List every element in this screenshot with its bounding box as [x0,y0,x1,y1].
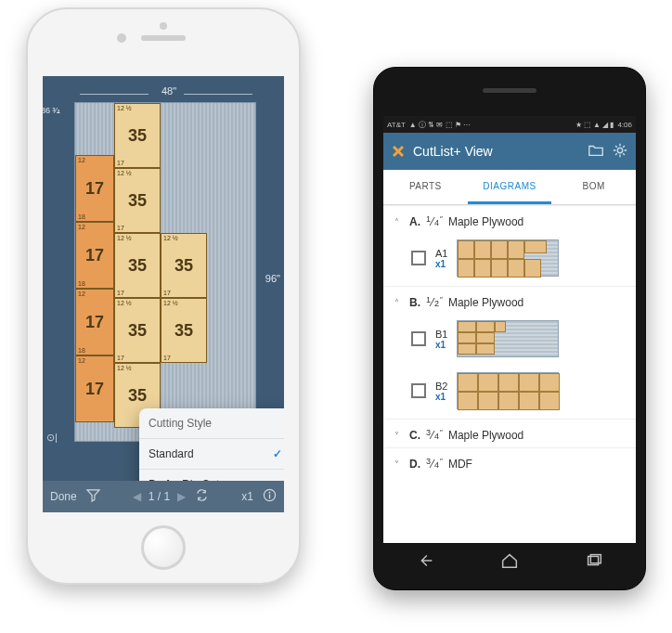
section-header-a[interactable]: ˄ A. 1⁄4″ Maple Plywood [383,205,636,234]
settings-gear-icon[interactable] [612,142,628,161]
page-indicator: 1 / 1 [149,490,170,503]
open-folder-icon[interactable] [588,142,604,161]
chevron-up-icon: ˄ [394,298,404,308]
tab-parts[interactable]: PARTS [383,170,468,204]
sheet-row-b1[interactable]: B1 x1 [383,315,636,367]
chevron-down-icon: ˅ [394,459,404,470]
section-header-d[interactable]: ˅ D. 3⁄4″ MDF [383,447,636,476]
piece-35[interactable]: 12 ½ 35 17 [114,233,161,298]
sheet-meta: A1 x1 [435,248,447,269]
section-header-b[interactable]: ˄ B. 1⁄2″ Maple Plywood [383,286,636,315]
iphone-speaker [141,35,186,41]
android-status-bar: AT&T ▲ ⓘ ⇅ ✉ ⬚ ⚑ ⋯ ★ ⬚ ▲ ◢ ▮ 4:06 [383,116,636,133]
done-button[interactable]: Done [50,490,77,503]
iphone-screen: 48" 86 ³⁄₄ 12 ½ 35 17 12 ½ 35 17 12 ½ 35… [43,76,284,512]
info-icon[interactable] [263,488,277,505]
piece-35[interactable]: 12 ½ 35 17 [114,168,161,233]
android-speaker [483,88,536,93]
sheet-thumbnail [457,320,559,357]
checkbox[interactable] [411,383,426,398]
recent-apps-icon[interactable] [584,550,604,575]
android-device: AT&T ▲ ⓘ ⇅ ✉ ⬚ ⚑ ⋯ ★ ⬚ ▲ ◢ ▮ 4:06 CutLis… [373,67,646,590]
magnifier-icon[interactable]: ⊙| [46,432,58,444]
sheet-stock[interactable]: 12 ½ 35 17 12 ½ 35 17 12 ½ 35 17 12 ½ 35 [74,102,256,442]
android-titlebar: CutList+ View [383,133,636,170]
android-screen: AT&T ▲ ⓘ ⇅ ✉ ⬚ ⚑ ⋯ ★ ⬚ ▲ ◢ ▮ 4:06 CutLis… [383,116,636,543]
top-dimension-label: 48" [63,85,275,98]
sheet-row-a1[interactable]: A1 x1 [383,234,636,286]
thickness-fraction: 3⁄4″ [426,457,443,470]
bottom-toolbar: Done ◀ 1 / 1 ▶ x1 [43,481,284,512]
piece-35[interactable]: 12 ½ 35 17 [114,298,161,363]
section-header-c[interactable]: ˅ C. 3⁄4″ Maple Plywood [383,419,636,447]
home-button[interactable] [141,525,186,570]
piece-35[interactable]: 12 ½ 35 17 [161,233,207,298]
sheet-meta: B2 x1 [435,381,447,402]
diagram-list[interactable]: ˄ A. 1⁄4″ Maple Plywood A1 x1 [383,205,636,543]
svg-rect-2 [269,495,270,499]
piece-35[interactable]: 12 ½ 35 17 [114,103,161,168]
thickness-fraction: 1⁄2″ [426,295,443,308]
popover-title: Cutting Style [139,408,284,439]
svg-point-3 [617,148,622,152]
checkbox[interactable] [411,331,426,346]
chevron-up-icon: ˄ [394,217,404,227]
android-tabs: PARTS DIAGRAMS BOM [383,170,636,205]
piece-35[interactable]: 12 ½ 35 17 [161,298,207,363]
refresh-icon[interactable] [195,488,209,505]
iphone-sensor [160,22,167,30]
checkmark-icon: ✓ [273,447,282,460]
home-icon[interactable] [499,550,520,575]
thickness-fraction: 3⁄4″ [426,428,443,441]
sheet-row-b2[interactable]: B2 x1 [383,367,636,419]
pager: ◀ 1 / 1 ▶ [133,490,186,503]
iphone-device: 48" 86 ³⁄₄ 12 ½ 35 17 12 ½ 35 17 12 ½ 35… [26,7,301,585]
chevron-down-icon: ˅ [394,431,404,441]
svg-point-1 [269,492,271,494]
iphone-camera [117,33,126,43]
sheet-meta: B1 x1 [435,329,447,350]
tab-diagrams[interactable]: DIAGRAMS [468,170,552,204]
checkbox[interactable] [411,251,426,265]
prev-page-icon[interactable]: ◀ [133,490,141,503]
next-page-icon[interactable]: ▶ [177,490,186,503]
filter-icon[interactable] [86,488,100,505]
clock-label: 4:06 [617,121,632,129]
right-dimension-label: 96" [265,273,280,284]
piece-17[interactable]: 12 17 18 [75,222,114,289]
piece-17[interactable]: 12 17 18 [75,289,114,355]
left-dimension-label: 86 ³⁄₄ [43,106,60,115]
carrier-label: AT&T [387,121,406,129]
status-icons-left: ▲ ⓘ ⇅ ✉ ⬚ ⚑ ⋯ [409,120,471,130]
sheet-thumbnail [457,372,559,409]
multiplier-button[interactable]: x1 [241,490,253,503]
android-nav-bar [383,547,636,578]
status-icons-right: ★ ⬚ ▲ ◢ ▮ [575,121,614,129]
back-icon[interactable] [415,550,435,575]
tab-bom[interactable]: BOM [551,170,636,204]
piece-17[interactable]: 12 17 [75,355,114,422]
app-title: CutList+ View [413,144,580,159]
piece-17[interactable]: 12 17 18 [75,155,114,222]
sheet-thumbnail [457,239,559,277]
app-logo-icon [391,144,406,159]
thickness-fraction: 1⁄4″ [426,214,443,227]
popover-option-standard[interactable]: Standard ✓ [139,439,284,470]
